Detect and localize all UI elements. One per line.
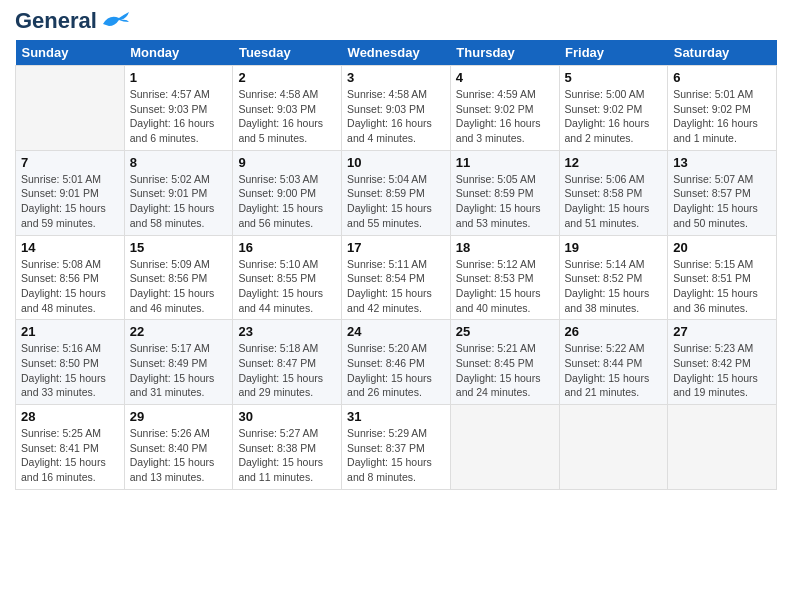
day-number: 7: [21, 155, 119, 170]
day-info: Sunrise: 5:20 AMSunset: 8:46 PMDaylight:…: [347, 341, 445, 400]
day-number: 2: [238, 70, 336, 85]
day-number: 24: [347, 324, 445, 339]
day-number: 26: [565, 324, 663, 339]
day-cell: 24 Sunrise: 5:20 AMSunset: 8:46 PMDaylig…: [342, 320, 451, 405]
day-number: 21: [21, 324, 119, 339]
week-row-5: 28 Sunrise: 5:25 AMSunset: 8:41 PMDaylig…: [16, 405, 777, 490]
day-number: 16: [238, 240, 336, 255]
day-cell: 12 Sunrise: 5:06 AMSunset: 8:58 PMDaylig…: [559, 150, 668, 235]
day-info: Sunrise: 4:58 AMSunset: 9:03 PMDaylight:…: [238, 87, 336, 146]
day-cell: 13 Sunrise: 5:07 AMSunset: 8:57 PMDaylig…: [668, 150, 777, 235]
day-cell: 17 Sunrise: 5:11 AMSunset: 8:54 PMDaylig…: [342, 235, 451, 320]
day-info: Sunrise: 5:22 AMSunset: 8:44 PMDaylight:…: [565, 341, 663, 400]
day-info: Sunrise: 5:03 AMSunset: 9:00 PMDaylight:…: [238, 172, 336, 231]
day-number: 22: [130, 324, 228, 339]
day-cell: 6 Sunrise: 5:01 AMSunset: 9:02 PMDayligh…: [668, 66, 777, 151]
day-header-saturday: Saturday: [668, 40, 777, 66]
week-row-2: 7 Sunrise: 5:01 AMSunset: 9:01 PMDayligh…: [16, 150, 777, 235]
day-number: 23: [238, 324, 336, 339]
day-header-row: SundayMondayTuesdayWednesdayThursdayFrid…: [16, 40, 777, 66]
day-info: Sunrise: 5:29 AMSunset: 8:37 PMDaylight:…: [347, 426, 445, 485]
day-cell: 4 Sunrise: 4:59 AMSunset: 9:02 PMDayligh…: [450, 66, 559, 151]
day-info: Sunrise: 5:05 AMSunset: 8:59 PMDaylight:…: [456, 172, 554, 231]
day-number: 20: [673, 240, 771, 255]
day-info: Sunrise: 5:02 AMSunset: 9:01 PMDaylight:…: [130, 172, 228, 231]
day-number: 25: [456, 324, 554, 339]
day-header-thursday: Thursday: [450, 40, 559, 66]
day-cell: 2 Sunrise: 4:58 AMSunset: 9:03 PMDayligh…: [233, 66, 342, 151]
day-info: Sunrise: 5:08 AMSunset: 8:56 PMDaylight:…: [21, 257, 119, 316]
day-header-tuesday: Tuesday: [233, 40, 342, 66]
week-row-4: 21 Sunrise: 5:16 AMSunset: 8:50 PMDaylig…: [16, 320, 777, 405]
day-cell: 18 Sunrise: 5:12 AMSunset: 8:53 PMDaylig…: [450, 235, 559, 320]
day-number: 13: [673, 155, 771, 170]
day-cell: 8 Sunrise: 5:02 AMSunset: 9:01 PMDayligh…: [124, 150, 233, 235]
day-info: Sunrise: 5:06 AMSunset: 8:58 PMDaylight:…: [565, 172, 663, 231]
day-number: 17: [347, 240, 445, 255]
day-cell: 10 Sunrise: 5:04 AMSunset: 8:59 PMDaylig…: [342, 150, 451, 235]
day-info: Sunrise: 4:58 AMSunset: 9:03 PMDaylight:…: [347, 87, 445, 146]
day-cell: 27 Sunrise: 5:23 AMSunset: 8:42 PMDaylig…: [668, 320, 777, 405]
day-cell: 19 Sunrise: 5:14 AMSunset: 8:52 PMDaylig…: [559, 235, 668, 320]
day-cell: 26 Sunrise: 5:22 AMSunset: 8:44 PMDaylig…: [559, 320, 668, 405]
day-number: 1: [130, 70, 228, 85]
day-number: 19: [565, 240, 663, 255]
day-cell: 1 Sunrise: 4:57 AMSunset: 9:03 PMDayligh…: [124, 66, 233, 151]
day-cell: 3 Sunrise: 4:58 AMSunset: 9:03 PMDayligh…: [342, 66, 451, 151]
day-info: Sunrise: 5:14 AMSunset: 8:52 PMDaylight:…: [565, 257, 663, 316]
day-cell: [450, 405, 559, 490]
day-info: Sunrise: 5:23 AMSunset: 8:42 PMDaylight:…: [673, 341, 771, 400]
day-info: Sunrise: 5:26 AMSunset: 8:40 PMDaylight:…: [130, 426, 228, 485]
day-number: 12: [565, 155, 663, 170]
header: General: [15, 10, 777, 32]
day-cell: [559, 405, 668, 490]
day-cell: 14 Sunrise: 5:08 AMSunset: 8:56 PMDaylig…: [16, 235, 125, 320]
day-info: Sunrise: 5:07 AMSunset: 8:57 PMDaylight:…: [673, 172, 771, 231]
calendar-table: SundayMondayTuesdayWednesdayThursdayFrid…: [15, 40, 777, 490]
day-info: Sunrise: 5:10 AMSunset: 8:55 PMDaylight:…: [238, 257, 336, 316]
day-info: Sunrise: 5:09 AMSunset: 8:56 PMDaylight:…: [130, 257, 228, 316]
day-cell: [668, 405, 777, 490]
day-cell: 28 Sunrise: 5:25 AMSunset: 8:41 PMDaylig…: [16, 405, 125, 490]
day-number: 28: [21, 409, 119, 424]
day-info: Sunrise: 5:21 AMSunset: 8:45 PMDaylight:…: [456, 341, 554, 400]
day-cell: 25 Sunrise: 5:21 AMSunset: 8:45 PMDaylig…: [450, 320, 559, 405]
day-info: Sunrise: 5:12 AMSunset: 8:53 PMDaylight:…: [456, 257, 554, 316]
week-row-1: 1 Sunrise: 4:57 AMSunset: 9:03 PMDayligh…: [16, 66, 777, 151]
day-info: Sunrise: 4:59 AMSunset: 9:02 PMDaylight:…: [456, 87, 554, 146]
day-cell: 23 Sunrise: 5:18 AMSunset: 8:47 PMDaylig…: [233, 320, 342, 405]
logo: General: [15, 10, 131, 32]
day-info: Sunrise: 5:25 AMSunset: 8:41 PMDaylight:…: [21, 426, 119, 485]
day-info: Sunrise: 5:00 AMSunset: 9:02 PMDaylight:…: [565, 87, 663, 146]
day-info: Sunrise: 5:18 AMSunset: 8:47 PMDaylight:…: [238, 341, 336, 400]
day-number: 10: [347, 155, 445, 170]
day-cell: 31 Sunrise: 5:29 AMSunset: 8:37 PMDaylig…: [342, 405, 451, 490]
day-info: Sunrise: 5:11 AMSunset: 8:54 PMDaylight:…: [347, 257, 445, 316]
day-number: 4: [456, 70, 554, 85]
week-row-3: 14 Sunrise: 5:08 AMSunset: 8:56 PMDaylig…: [16, 235, 777, 320]
day-info: Sunrise: 5:17 AMSunset: 8:49 PMDaylight:…: [130, 341, 228, 400]
day-number: 3: [347, 70, 445, 85]
day-number: 11: [456, 155, 554, 170]
day-number: 9: [238, 155, 336, 170]
day-number: 5: [565, 70, 663, 85]
day-cell: 22 Sunrise: 5:17 AMSunset: 8:49 PMDaylig…: [124, 320, 233, 405]
day-header-wednesday: Wednesday: [342, 40, 451, 66]
day-cell: 11 Sunrise: 5:05 AMSunset: 8:59 PMDaylig…: [450, 150, 559, 235]
day-header-friday: Friday: [559, 40, 668, 66]
day-info: Sunrise: 5:04 AMSunset: 8:59 PMDaylight:…: [347, 172, 445, 231]
day-cell: 20 Sunrise: 5:15 AMSunset: 8:51 PMDaylig…: [668, 235, 777, 320]
day-number: 18: [456, 240, 554, 255]
day-number: 14: [21, 240, 119, 255]
day-cell: 29 Sunrise: 5:26 AMSunset: 8:40 PMDaylig…: [124, 405, 233, 490]
day-info: Sunrise: 5:01 AMSunset: 9:02 PMDaylight:…: [673, 87, 771, 146]
day-cell: 16 Sunrise: 5:10 AMSunset: 8:55 PMDaylig…: [233, 235, 342, 320]
day-cell: 7 Sunrise: 5:01 AMSunset: 9:01 PMDayligh…: [16, 150, 125, 235]
main-container: General SundayMondayTuesdayWednesdayThur…: [0, 0, 792, 500]
day-number: 30: [238, 409, 336, 424]
day-header-sunday: Sunday: [16, 40, 125, 66]
day-number: 29: [130, 409, 228, 424]
logo-text: General: [15, 10, 97, 32]
day-number: 6: [673, 70, 771, 85]
day-cell: 9 Sunrise: 5:03 AMSunset: 9:00 PMDayligh…: [233, 150, 342, 235]
